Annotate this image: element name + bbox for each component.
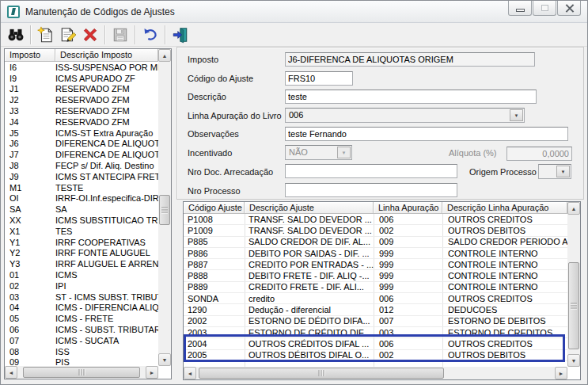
descricao-linha-cell: CONTROLE INTERNO [442, 249, 567, 258]
imposto-desc: IPI [55, 281, 158, 291]
find-button[interactable] [5, 24, 27, 45]
origem-processo-combo[interactable]: ▼ [538, 164, 571, 179]
table-row[interactable]: 2002ESTORNO DE DÉDITO DIFA...007ESTORNO … [184, 316, 567, 327]
imposto-list-hscrollbar[interactable]: ◄ ► [5, 366, 158, 379]
maximize-button[interactable] [533, 1, 556, 16]
list-item[interactable]: J7DIFERENCA DE ALIQUOTAS [5, 149, 158, 160]
list-item[interactable]: J2RESERVADO ZFM [5, 94, 158, 105]
column-header-descricao-linha[interactable]: Descrição Linha Apuração [442, 202, 567, 214]
list-item[interactable]: 02IPI [5, 280, 158, 292]
delete-record-button[interactable] [79, 24, 101, 45]
table-row[interactable]: SONDAcredito006OUTROS CREDITOS [184, 293, 567, 304]
edit-record-button[interactable] [57, 24, 79, 45]
imposto-desc: ICMS-ST Extra Apuração [55, 128, 158, 138]
new-record-button[interactable] [35, 24, 57, 45]
ajustes-grid-vscrollbar[interactable]: ▲ ▼ [567, 202, 580, 367]
list-item[interactable]: Y2IRRF FONTE ALUGUEL [5, 248, 158, 259]
descricao-ajuste-cell: TRANSF. SALDO DEVEDOR ... [245, 215, 374, 224]
scroll-thumb[interactable] [159, 195, 170, 225]
imposto-field[interactable] [285, 52, 535, 67]
list-item[interactable]: M1TESTE [5, 182, 158, 193]
list-item[interactable]: 08ISS [5, 346, 158, 357]
list-item[interactable]: J4RESERVADO ZFM [5, 116, 158, 128]
table-row[interactable]: P886DEBITO POR SAIDAS - DIF. ...999CONTR… [184, 248, 567, 259]
list-item[interactable]: 05ICMS - FRETE [5, 313, 158, 324]
list-item[interactable]: 09PIS [5, 357, 158, 366]
undo-button[interactable] [139, 24, 161, 45]
descricao-field[interactable] [285, 90, 537, 104]
codigo-ajuste-cell: P888 [184, 271, 245, 280]
table-row[interactable]: P1009TRANSF. SALDO DEVEDOR ...002OUTROS … [184, 225, 567, 236]
toolbar-separator [165, 25, 166, 44]
imposto-code: J1 [5, 84, 55, 93]
list-item[interactable]: OIIRRF-OI.Inf.especifica-DIRF [5, 193, 158, 204]
list-item[interactable]: Y1IRRF COOPERATIVAS [5, 237, 158, 248]
table-row[interactable]: 2005OUTROS DÉBITOS DIFAL O...002OUTROS D… [184, 350, 567, 361]
minimize-button[interactable] [508, 1, 532, 16]
close-button[interactable] [557, 1, 581, 16]
scroll-up-icon[interactable]: ▲ [567, 202, 580, 215]
exit-button[interactable] [169, 24, 192, 45]
list-item[interactable]: 04ICMS - DIFERENCIA ALIQUO [5, 303, 158, 314]
table-row[interactable]: P888DEBITO FRETE - DIF. ALIQ -...999CONT… [184, 270, 567, 281]
list-item[interactable]: J1RESERVADO ZFM [5, 84, 158, 95]
descricao-ajuste-cell: CREDITO FRETE - DIF. ALI... [245, 282, 374, 292]
list-item[interactable]: J6DIFERENCA DE ALIQUOTAS [5, 139, 158, 150]
save-button[interactable] [109, 24, 131, 45]
column-header-descricao-ajuste[interactable]: Descrição Ajuste [245, 202, 374, 214]
table-row[interactable]: P889CREDITO FRETE - DIF. ALI...999CONTRO… [184, 282, 567, 293]
list-item[interactable]: 07ICMS - SUCATA [5, 335, 158, 346]
list-item[interactable]: 01ICMS [5, 269, 158, 280]
list-item[interactable]: XXICMS SUBSTITUICAO TRIBUT [5, 215, 158, 226]
list-item[interactable]: 03ST - ICMS SUBST. TRIBUTAR [5, 292, 158, 303]
linha-apuracao-combo[interactable]: 006 ▼ [285, 108, 525, 123]
scroll-down-icon[interactable]: ▼ [158, 353, 171, 366]
list-item[interactable]: X1TES [5, 226, 158, 237]
table-row[interactable]: P887CREDITO POR ENTRADAS - ...999CONTROL… [184, 259, 567, 270]
table-row[interactable]: 2004OUTROS CRÉDITOS DIFAL ...006OUTROS C… [184, 338, 567, 349]
chevron-down-icon[interactable]: ▼ [556, 166, 570, 177]
column-header-imposto[interactable]: Imposto [5, 49, 55, 62]
chevron-down-icon[interactable]: ▼ [510, 109, 523, 121]
column-header-linha-apuracao[interactable]: Linha Apuração [374, 202, 442, 214]
list-item[interactable]: Y3IRRF ALUGUEL E ARREND. E [5, 258, 158, 269]
list-item[interactable]: I9ICMS APURADO ZF [5, 73, 158, 84]
chevron-down-icon: ▼ [337, 147, 351, 158]
list-item[interactable]: J8FECP s/ Dif. Aliq. Destino [5, 160, 158, 171]
imposto-list-vscrollbar[interactable]: ▲ ▼ [158, 49, 171, 366]
scroll-thumb[interactable] [199, 368, 444, 379]
imposto-code: 09 [5, 357, 55, 366]
list-item[interactable]: SASA [5, 204, 158, 215]
imposto-code: Y3 [5, 259, 55, 269]
list-item[interactable]: I6ISS-SUSPENSAO POR MED. J [5, 62, 158, 73]
scroll-thumb[interactable] [23, 367, 140, 378]
codigo-ajuste-field[interactable] [285, 71, 353, 86]
column-header-codigo-ajuste[interactable]: Código Ajuste [184, 202, 245, 214]
scroll-right-icon[interactable]: ► [555, 367, 567, 379]
list-item[interactable]: 06ICMS - SUBST. TRIBUTARIA [5, 324, 158, 335]
codigo-ajuste-cell: 2002 [184, 316, 245, 326]
incentivado-combo[interactable]: NÃO ▼ [285, 145, 352, 160]
list-item[interactable]: J3RESERVADO ZFM [5, 105, 158, 116]
nro-doc-arrecadacao-field[interactable] [285, 164, 457, 178]
aliquota-field[interactable] [506, 147, 572, 161]
list-item[interactable]: J9ICMS ST ANTECIPA FRETE [5, 171, 158, 182]
observacoes-field[interactable] [285, 127, 568, 141]
table-row[interactable]: 1290Dedução - diferencial012DEDUCOES [184, 304, 567, 315]
scroll-down-icon[interactable]: ▼ [567, 354, 580, 367]
table-row[interactable]: P1008TRANSF. SALDO DEVEDOR ...006OUTROS … [184, 214, 567, 225]
scroll-thumb[interactable] [568, 262, 579, 349]
table-row[interactable]: 2003ESTORNO DE CRÉDITO DIF...003ESTORNO … [184, 327, 567, 338]
scroll-right-icon[interactable]: ► [146, 366, 158, 379]
ajustes-grid-hscrollbar[interactable]: ◄ ► [184, 367, 567, 379]
list-item[interactable]: J5ICMS-ST Extra Apuração [5, 128, 158, 139]
scroll-left-icon[interactable]: ◄ [184, 367, 196, 379]
column-header-descricao-imposto[interactable]: Descrição Imposto [55, 49, 158, 62]
scroll-left-icon[interactable]: ◄ [5, 366, 17, 379]
imposto-desc: ICMS - SUBST. TRIBUTARIA [55, 325, 158, 334]
nro-processo-field[interactable] [285, 183, 457, 197]
linha-apuracao-cell: 007 [374, 316, 442, 326]
descricao-label: Descrição [188, 92, 226, 101]
table-row[interactable]: P885SALDO CREDOR DE DIF. AL...009SALDO C… [184, 237, 567, 248]
scroll-up-icon[interactable]: ▲ [158, 49, 171, 62]
